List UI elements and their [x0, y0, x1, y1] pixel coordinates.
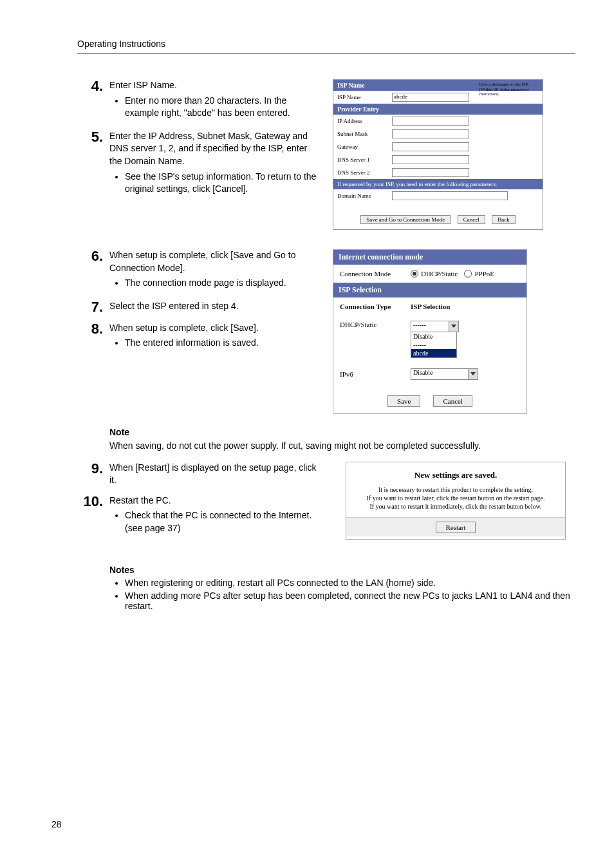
- step-bullet: The connection mode page is displayed.: [125, 277, 320, 290]
- step-number: 5.: [77, 130, 109, 144]
- note-heading: Note: [109, 427, 575, 437]
- lbl-ip: IP Address: [337, 118, 392, 124]
- step-6: 6. When setup is complete, click [Save a…: [77, 249, 320, 292]
- radio-pppoe[interactable]: [464, 270, 472, 278]
- dns2-input[interactable]: [392, 168, 469, 177]
- step-text: Restart the PC.: [109, 495, 171, 505]
- step-bullet: Enter no more than 20 characters. In the…: [125, 95, 320, 120]
- step-text: Select the ISP entered in step 4.: [109, 301, 239, 311]
- form-param-note: If requested by your ISP, you need to en…: [333, 179, 543, 189]
- dd-option-abcde[interactable]: abcde: [411, 349, 456, 357]
- cancel-button-2[interactable]: Cancel: [433, 395, 472, 407]
- step-8: 8. When setup is complete, click [Save].…: [77, 322, 320, 352]
- dd-option-disable[interactable]: Disable: [411, 332, 456, 341]
- step-5: 5. Enter the IP Address, Subnet Mask, Ga…: [77, 130, 320, 198]
- step-number: 6.: [77, 249, 109, 263]
- restart-msg3: If you want to restart it immediately, c…: [351, 502, 560, 511]
- cancel-button[interactable]: Cancel: [458, 215, 485, 224]
- step-text: When [Restart] is displayed on the setup…: [109, 462, 316, 486]
- isp-selection-screenshot: Internet connection mode Connection Mode…: [333, 249, 527, 414]
- step-text: When setup is complete, click [Save].: [109, 323, 259, 333]
- step-10: 10. Restart the PC. Check that the PC is…: [77, 495, 320, 538]
- dhcp-isp-dropdown[interactable]: ------: [411, 321, 459, 332]
- lbl-dns2: DNS Server 2: [337, 169, 392, 176]
- lbl-gateway: Gateway: [337, 144, 392, 150]
- back-button[interactable]: Back: [492, 215, 516, 224]
- lbl-subnet: Subnet Mask: [337, 131, 392, 137]
- row-ipv6: IPv6: [340, 370, 411, 378]
- subnet-input[interactable]: [392, 129, 469, 138]
- step-number: 7.: [77, 300, 109, 314]
- dhcp-dropdown-options[interactable]: Disable ------ abcde: [411, 332, 457, 358]
- page-number: 28: [51, 819, 62, 829]
- dns1-input[interactable]: [392, 155, 469, 164]
- save-button[interactable]: Save: [387, 395, 420, 407]
- restart-title: New settings are saved.: [346, 462, 565, 486]
- step-text: Enter the IP Address, Subnet Mask, Gatew…: [109, 131, 308, 166]
- step-4: 4. Enter ISP Name. Enter no more than 20…: [77, 79, 320, 122]
- lbl-dns1: DNS Server 1: [337, 156, 392, 163]
- isp-form-screenshot: Give a nickname to the ISP. (Within 20 a…: [333, 79, 543, 230]
- dd-option-dashes[interactable]: ------: [411, 341, 456, 349]
- restart-screenshot: New settings are saved. It is necessary …: [346, 462, 566, 540]
- col-isp-sel: ISP Selection: [411, 303, 450, 310]
- step-7: 7. Select the ISP entered in step 4.: [77, 300, 320, 314]
- note-text: When saving, do not cut the power supply…: [109, 440, 575, 453]
- step-bullet: Check that the PC is connected to the In…: [125, 509, 320, 534]
- col-conn-type: Connection Type: [340, 303, 411, 310]
- conn-mode-header: Internet connection mode: [333, 250, 526, 265]
- domain-input[interactable]: [392, 191, 508, 200]
- step-number: 8.: [77, 322, 109, 336]
- lbl-domain: Domain Name: [337, 193, 392, 199]
- ip-input[interactable]: [392, 117, 469, 126]
- row-dhcp: DHCP/Static: [340, 321, 411, 328]
- notes-heading: Notes: [109, 565, 575, 575]
- page-header: Operating Instructions: [77, 39, 575, 53]
- gateway-input[interactable]: [392, 142, 469, 151]
- isp-name-input[interactable]: abcde: [392, 93, 469, 102]
- radio-label-pppoe: PPPoE: [474, 270, 494, 278]
- step-text: Enter ISP Name.: [109, 80, 177, 90]
- notes-item: When adding more PCs after setup has bee…: [125, 590, 575, 611]
- form-side-note: Give a nickname to the ISP. (Within 20 a…: [479, 82, 540, 97]
- form-header-provider: Provider Entry: [333, 104, 543, 115]
- step-bullet: See the ISP's setup information. To retu…: [125, 171, 320, 196]
- lbl-conn-mode: Connection Mode: [340, 270, 411, 278]
- step-number: 10.: [77, 495, 109, 509]
- step-text: When setup is complete, click [Save and …: [109, 250, 295, 273]
- radio-dhcp-static[interactable]: [411, 270, 418, 278]
- restart-button[interactable]: Restart: [436, 522, 475, 533]
- ipv6-dropdown[interactable]: Disable: [411, 368, 478, 380]
- radio-label-dhcp: DHCP/Static: [421, 270, 458, 278]
- step-number: 4.: [77, 79, 109, 93]
- save-go-button[interactable]: Save and Go to Connection Mode: [360, 215, 451, 224]
- isp-selection-header: ISP Selection: [333, 283, 526, 297]
- lbl-isp-name: ISP Name: [337, 94, 392, 100]
- step-number: 9.: [77, 462, 109, 476]
- step-9: 9. When [Restart] is displayed on the se…: [77, 462, 320, 487]
- restart-msg2: If you want to restart later, click the …: [351, 494, 560, 502]
- restart-msg1: It is necessary to restart this product …: [351, 486, 560, 494]
- notes-item: When registering or editing, restart all…: [125, 578, 575, 588]
- step-bullet: The entered information is saved.: [125, 337, 320, 350]
